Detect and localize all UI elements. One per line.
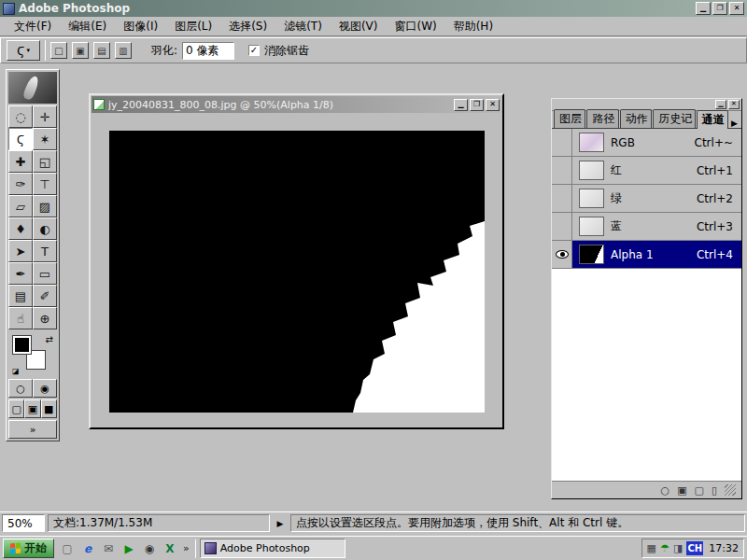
- document-titlebar[interactable]: jy_20040831_800_08.jpg @ 50%(Alpha 1/8) …: [92, 96, 501, 113]
- intersect-selection-button[interactable]: ▥: [115, 42, 132, 59]
- palette-close-button[interactable]: ✕: [728, 100, 740, 109]
- status-hint: 点按以设置选区段点。要用附加选项，使用 Shift、Alt 和 Ctrl 键。: [296, 515, 628, 531]
- save-selection-as-channel-icon[interactable]: ▣: [677, 485, 686, 496]
- eraser-tool[interactable]: ▱: [8, 195, 33, 217]
- fullscreen-button[interactable]: ■: [41, 399, 57, 418]
- taskbar: 开始 ▢ e ✉ ▶ ◉ X » Adobe Photoshop ▦ ☂ ◨ C…: [0, 536, 747, 560]
- lasso-tool[interactable]: Ϛ: [8, 128, 33, 150]
- standard-mode-button[interactable]: ○: [8, 379, 33, 398]
- shape-tool[interactable]: ▭: [33, 262, 57, 285]
- new-channel-icon[interactable]: ▢: [695, 485, 704, 496]
- add-to-selection-button[interactable]: ▣: [72, 42, 89, 59]
- antialias-checkbox[interactable]: ✓: [248, 45, 260, 56]
- visibility-cell[interactable]: [552, 185, 572, 212]
- menu-select[interactable]: 选择(S): [220, 17, 275, 36]
- notes-tool[interactable]: ▤: [8, 285, 33, 307]
- delete-channel-icon[interactable]: ▯: [712, 485, 717, 496]
- menu-image[interactable]: 图像(I): [115, 17, 166, 36]
- mask-mode-row: ○ ◉: [8, 379, 57, 398]
- quick-mask-mode-button[interactable]: ◉: [33, 379, 57, 398]
- channel-thumbnail: [579, 161, 604, 180]
- minimize-button[interactable]: ▁: [696, 2, 711, 15]
- palette-minimize-button[interactable]: ▁: [715, 100, 726, 109]
- fullscreen-menubar-button[interactable]: ▣: [24, 399, 40, 418]
- new-selection-button[interactable]: □: [50, 42, 67, 59]
- tab-paths[interactable]: 路径: [586, 109, 618, 128]
- close-button[interactable]: ✕: [729, 2, 744, 15]
- subtract-from-selection-button[interactable]: ▤: [93, 42, 110, 59]
- crop-tool[interactable]: ◱: [33, 150, 57, 173]
- status-menu-arrow-icon[interactable]: ▶: [273, 514, 288, 532]
- menu-file[interactable]: 文件(F): [6, 17, 60, 36]
- channel-row-green[interactable]: 绿 Ctrl+2: [552, 185, 741, 213]
- visibility-cell[interactable]: [552, 213, 572, 240]
- tray-monitor-icon[interactable]: ◨: [673, 543, 683, 553]
- input-method-indicator[interactable]: CH: [686, 541, 703, 555]
- document-close-button[interactable]: ✕: [486, 99, 500, 111]
- zoom-level-field[interactable]: 50%: [2, 514, 45, 532]
- visibility-cell[interactable]: [552, 241, 572, 268]
- load-channel-as-selection-icon[interactable]: ○: [661, 485, 670, 496]
- document-title: jy_20040831_800_08.jpg @ 50%(Alpha 1/8): [108, 99, 333, 111]
- gradient-tool[interactable]: ▨: [33, 195, 57, 217]
- channel-row-rgb[interactable]: RGB Ctrl+~: [552, 129, 741, 157]
- channel-row-alpha1[interactable]: Alpha 1 Ctrl+4: [552, 241, 741, 269]
- start-button[interactable]: 开始: [3, 539, 54, 558]
- tray-app-grid-icon[interactable]: ▦: [647, 543, 656, 553]
- tab-actions[interactable]: 动作: [620, 109, 652, 128]
- document-minimize-button[interactable]: ▁: [454, 99, 468, 111]
- blur-tool[interactable]: ♦: [8, 217, 33, 240]
- eyedropper-tool[interactable]: ✐: [33, 285, 57, 307]
- visibility-eye-icon[interactable]: [556, 250, 569, 259]
- show-desktop-icon[interactable]: ▢: [58, 539, 77, 558]
- tab-history[interactable]: 历史记: [653, 109, 696, 128]
- color-swatches: ⇄ ◪: [8, 332, 57, 377]
- palette-menu-arrow-icon[interactable]: ▶: [729, 119, 740, 128]
- tab-layers[interactable]: 图层: [554, 109, 585, 128]
- menu-edit[interactable]: 编辑(E): [60, 17, 115, 36]
- visibility-cell[interactable]: [552, 129, 572, 156]
- channel-row-blue[interactable]: 蓝 Ctrl+3: [552, 213, 741, 241]
- dodge-tool[interactable]: ◐: [33, 217, 57, 240]
- internet-explorer-icon[interactable]: e: [78, 539, 97, 558]
- default-colors-icon[interactable]: ◪: [12, 368, 20, 375]
- clone-stamp-tool[interactable]: ⊤: [33, 173, 57, 195]
- photoshop-task-button[interactable]: Adobe Photoshop: [200, 539, 345, 558]
- image-canvas[interactable]: [109, 131, 485, 413]
- jump-to-imageready-button[interactable]: »: [8, 420, 57, 439]
- healing-brush-tool[interactable]: ✚: [8, 150, 33, 173]
- type-tool[interactable]: T: [33, 240, 57, 262]
- marquee-tool[interactable]: ◌: [8, 105, 33, 128]
- hand-tool[interactable]: ☝: [8, 307, 33, 329]
- move-tool[interactable]: ✛: [33, 105, 57, 128]
- photo-viewer-icon[interactable]: ◉: [140, 539, 159, 558]
- pen-tool[interactable]: ✒: [8, 262, 33, 285]
- excel-icon[interactable]: X: [161, 539, 179, 558]
- channel-row-red[interactable]: 红 Ctrl+1: [552, 157, 741, 185]
- menu-view[interactable]: 视图(V): [331, 17, 387, 36]
- mail-icon[interactable]: ✉: [99, 539, 118, 558]
- restore-button[interactable]: ❐: [712, 2, 727, 15]
- path-selection-tool[interactable]: ➤: [8, 240, 33, 262]
- zoom-tool[interactable]: ⊕: [33, 307, 57, 329]
- quick-launch-bar: ▢ e ✉ ▶ ◉ X »: [58, 539, 191, 558]
- menu-layer[interactable]: 图层(L): [166, 17, 220, 36]
- menu-filter[interactable]: 滤镜(T): [275, 17, 331, 36]
- visibility-cell[interactable]: [552, 157, 572, 184]
- media-player-icon[interactable]: ▶: [120, 539, 138, 558]
- magic-wand-tool[interactable]: ✶: [33, 128, 57, 150]
- feather-input[interactable]: [182, 42, 234, 60]
- document-maximize-button[interactable]: ❐: [470, 99, 484, 111]
- brush-tool[interactable]: ✑: [8, 173, 33, 195]
- standard-screen-button[interactable]: ▢: [8, 399, 24, 418]
- tab-channels[interactable]: 通道: [697, 110, 728, 129]
- tool-options-bar: Ϛ ▾ □ ▣ ▤ ▥ 羽化: ✓ 消除锯齿: [0, 37, 747, 63]
- menu-window[interactable]: 窗口(W): [386, 17, 444, 36]
- quick-launch-chevron-icon[interactable]: »: [181, 542, 191, 554]
- menu-help[interactable]: 帮助(H): [445, 17, 501, 36]
- tray-umbrella-icon[interactable]: ☂: [660, 543, 669, 553]
- palette-resize-grip[interactable]: [725, 484, 736, 496]
- foreground-color-swatch[interactable]: [13, 336, 31, 354]
- tool-preset-picker[interactable]: Ϛ ▾: [7, 40, 40, 61]
- swap-colors-icon[interactable]: ⇄: [46, 334, 53, 344]
